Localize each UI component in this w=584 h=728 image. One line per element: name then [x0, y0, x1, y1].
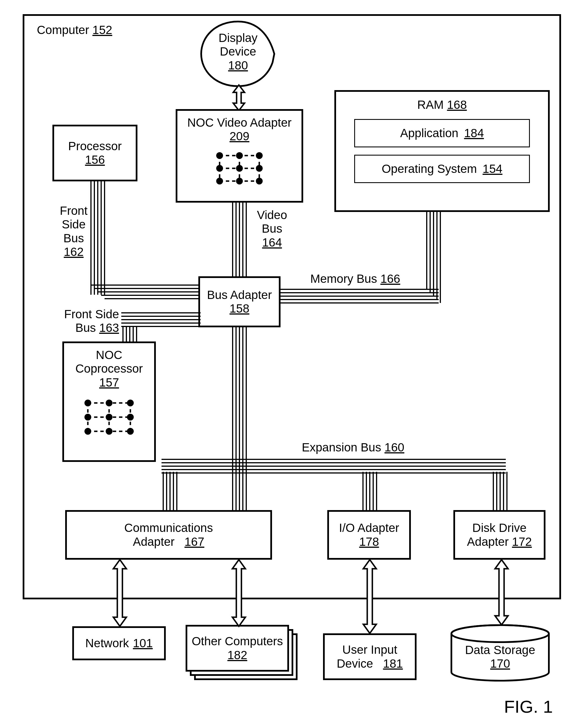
comm-l1: Communications	[124, 521, 213, 535]
data-storage-label: Data Storage 170	[455, 643, 546, 671]
os-label: Operating System	[382, 162, 477, 176]
svg-point-9	[256, 152, 263, 159]
io-ref: 178	[359, 535, 379, 548]
application-block: Application 184	[354, 119, 530, 147]
ram-title: RAM 168	[417, 98, 467, 112]
fsb163-ref: 163	[99, 321, 119, 334]
processor-ref: 156	[85, 153, 105, 166]
other-comp-ref: 182	[227, 648, 247, 662]
io-label: I/O Adapter	[339, 521, 399, 535]
mbus-label: Memory Bus	[310, 272, 377, 285]
svg-point-12	[256, 165, 263, 172]
processor-label: Processor	[68, 139, 122, 153]
io-adapter-block: I/O Adapter 178	[327, 510, 411, 560]
svg-point-31	[451, 625, 549, 642]
uid-row2: Device 181	[337, 657, 403, 671]
network-label: Network	[85, 636, 129, 650]
computer-text: Computer	[37, 23, 89, 36]
svg-point-28	[84, 428, 91, 435]
figure-label: FIG. 1	[504, 697, 553, 717]
fsb162-l3: Bus	[57, 232, 91, 245]
expbus-text: Expansion Bus	[302, 441, 381, 454]
noc-va-label: NOC Video Adapter	[187, 116, 292, 130]
network-block: Network 101	[72, 626, 166, 660]
ds-label: Data Storage	[455, 643, 546, 657]
fsb162-l1: Front	[57, 204, 91, 218]
svg-point-27	[127, 414, 134, 420]
display-ref: 180	[228, 59, 248, 72]
disk-ref: 172	[512, 535, 532, 548]
os-block: Operating System 154	[354, 155, 530, 183]
fsb162-ref: 162	[64, 245, 84, 258]
disk-row2: Adapter 172	[467, 535, 532, 549]
noc-coprocessor-block: NOC Coprocessor 157	[62, 341, 156, 462]
fsb163-label: Front Side Bus 163	[57, 308, 119, 335]
noc-cop-l2: Coprocessor	[75, 362, 143, 375]
svg-point-32	[451, 625, 549, 642]
svg-point-14	[236, 178, 243, 184]
noc-cop-ref: 157	[99, 376, 119, 389]
svg-point-24	[127, 399, 134, 406]
noc-cop-l1: NOC	[96, 348, 122, 362]
noc-grid-icon	[211, 147, 268, 189]
diagram-page: Computer 152 Display Device 180 Processo…	[0, 0, 584, 728]
vbus-l1: Video	[252, 208, 292, 222]
computer-label: Computer 152	[37, 23, 112, 37]
vbus-ref: 164	[262, 236, 282, 249]
bus-adapter-ref: 158	[230, 302, 249, 315]
svg-point-26	[106, 414, 112, 420]
vbus-l2: Bus	[252, 222, 292, 235]
fsb162-label: Front Side Bus 162	[57, 204, 91, 259]
disk-l2: Adapter	[467, 535, 509, 548]
other-comp-label: Other Computers	[191, 634, 283, 648]
uid-l1: User Input	[342, 643, 397, 657]
svg-point-22	[84, 399, 91, 406]
display-l1: Display	[210, 31, 266, 45]
expbus-ref: 160	[384, 441, 404, 454]
ram-ref: 168	[447, 98, 467, 111]
display-device-label: Display Device 180	[210, 31, 266, 72]
svg-point-30	[127, 428, 134, 435]
display-l2: Device	[210, 45, 266, 58]
noc-grid-icon-2	[79, 394, 139, 440]
app-label: Application	[400, 126, 458, 140]
vbus164-label: Video Bus 164	[252, 208, 292, 250]
noc-video-adapter-block: NOC Video Adapter 209	[176, 109, 303, 203]
ram-label: RAM	[417, 98, 444, 111]
os-ref: 154	[482, 162, 502, 176]
svg-point-23	[106, 399, 112, 406]
svg-point-8	[236, 152, 243, 159]
noc-va-ref: 209	[230, 130, 249, 143]
comm-l2: Adapter	[133, 535, 175, 548]
fsb163-l2: Bus	[75, 321, 96, 334]
comm-adapter-block: Communications Adapter 167	[65, 510, 272, 560]
comm-ref: 167	[184, 535, 204, 548]
bus-adapter-block: Bus Adapter 158	[198, 276, 281, 327]
fsb163-l1: Front Side	[57, 308, 119, 321]
mbus-ref: 166	[380, 272, 400, 285]
ds-ref: 170	[490, 657, 510, 670]
app-ref: 184	[464, 126, 484, 140]
bus-adapter-label: Bus Adapter	[207, 288, 272, 302]
other-computers-block: Other Computers 182	[186, 625, 289, 672]
svg-point-11	[236, 165, 243, 172]
user-input-block: User Input Device 181	[323, 633, 417, 680]
disk-adapter-block: Disk Drive Adapter 172	[453, 510, 546, 560]
fsb162-l2: Side	[57, 218, 91, 231]
svg-point-13	[216, 178, 223, 184]
svg-point-29	[106, 428, 112, 435]
disk-l1: Disk Drive	[472, 521, 527, 535]
network-ref: 101	[133, 636, 153, 650]
svg-point-25	[84, 414, 91, 420]
processor-block: Processor 156	[52, 125, 137, 181]
uid-ref: 181	[383, 657, 403, 670]
svg-point-15	[256, 178, 263, 184]
uid-l2: Device	[337, 657, 373, 670]
svg-point-10	[216, 165, 223, 172]
expbus-label: Expansion Bus 160	[302, 441, 404, 454]
svg-point-7	[216, 152, 223, 159]
ram-block: RAM 168 Application 184 Operating System…	[334, 90, 550, 212]
mbus166-label: Memory Bus 166	[310, 272, 400, 286]
computer-ref: 152	[92, 23, 112, 36]
comm-row2: Adapter 167	[133, 535, 204, 549]
